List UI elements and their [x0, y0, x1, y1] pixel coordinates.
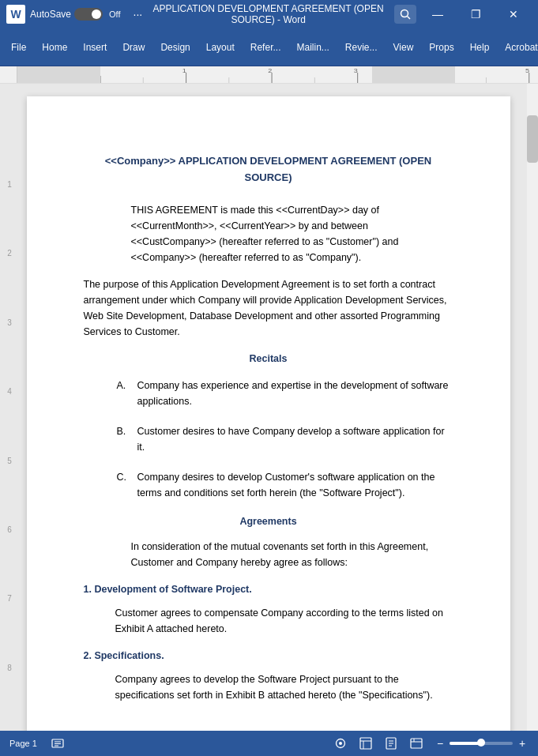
margin-4: 4 [7, 386, 12, 454]
tab-design[interactable]: Design [152, 28, 198, 66]
tab-draw[interactable]: Draw [115, 28, 152, 66]
agreements-intro: In consideration of the mutual covenants… [131, 539, 453, 570]
agreements-heading: Agreements [84, 513, 453, 529]
margin-6: 6 [7, 524, 12, 592]
document-title: APPLICATION DEVELOPMENT AGREEMENT (OPEN … [142, 3, 394, 25]
svg-text:2: 2 [268, 66, 272, 73]
restore-button[interactable]: ❐ [457, 2, 494, 27]
svg-text:5: 5 [525, 66, 529, 73]
list-item: C.Company desires to develop Customer's … [115, 468, 453, 502]
word-count-icon[interactable] [50, 735, 66, 751]
close-button[interactable]: ✕ [495, 2, 532, 27]
tab-acrobat[interactable]: Acrobat [497, 28, 538, 66]
tab-insert[interactable]: Insert [75, 28, 115, 66]
purpose-paragraph: The purpose of this Application Developm… [84, 276, 453, 340]
title-bar: W AutoSave Off ··· APPLICATION DEVELOPME… [0, 0, 538, 28]
layout-icon[interactable] [358, 735, 374, 751]
svg-text:3: 3 [354, 66, 358, 73]
svg-point-0 [401, 10, 408, 17]
autosave-off-label: Off [109, 9, 120, 19]
search-icon [400, 9, 411, 20]
word-icon: W [6, 5, 25, 24]
toggle-knob [92, 9, 101, 19]
tab-file[interactable]: File [3, 28, 34, 66]
margin-8: 8 [7, 662, 12, 731]
svg-point-24 [339, 742, 342, 745]
svg-rect-32 [411, 739, 422, 748]
web-layout-icon[interactable] [408, 735, 424, 751]
scrollbar[interactable] [527, 84, 538, 731]
recitals-list: A.Company has experience and expertise i… [115, 376, 453, 502]
margin-3: 3 [7, 317, 12, 386]
tab-mailings[interactable]: Mailin... [288, 28, 337, 66]
window-controls: — ❐ ✕ [419, 2, 532, 27]
tab-references[interactable]: Refer... [243, 28, 289, 66]
margin-1: 1 [7, 179, 12, 247]
tab-props[interactable]: Props [421, 28, 461, 66]
focus-icon[interactable] [333, 735, 348, 751]
status-bar: Page 1 [0, 731, 538, 756]
svg-text:1: 1 [182, 66, 186, 73]
tab-review[interactable]: Revie... [337, 28, 386, 66]
svg-rect-25 [360, 738, 371, 749]
section-1-heading: 1. Development of Software Project. [84, 581, 453, 597]
tab-layout[interactable]: Layout [198, 28, 243, 66]
document-body: <<Company>> APPLICATION DEVELOPMENT AGRE… [84, 153, 453, 731]
zoom-out-button[interactable]: − [434, 735, 446, 751]
tab-help[interactable]: Help [462, 28, 498, 66]
zoom-controls: − + [434, 735, 529, 751]
minimize-button[interactable]: — [419, 2, 456, 27]
print-layout-icon[interactable] [383, 735, 399, 751]
section-1-text: Customer agrees to compensate Company ac… [115, 605, 453, 637]
document-scroll-area[interactable]: <<Company>> APPLICATION DEVELOPMENT AGRE… [19, 84, 527, 731]
svg-line-1 [408, 17, 411, 20]
search-button[interactable] [394, 5, 416, 24]
margin-2: 2 [7, 247, 12, 316]
ruler-ticks: 1 2 3 4 5 [100, 66, 538, 84]
main-area: 1 2 3 4 5 6 7 8 <<Company>> APPLICATION … [0, 84, 538, 731]
section-2-heading: 2. Specifications. [84, 648, 453, 664]
list-item: B.Customer desires to have Company devel… [115, 422, 453, 457]
recitals-heading: Recitals [84, 351, 453, 367]
zoom-slider[interactable] [450, 742, 513, 745]
document-page: <<Company>> APPLICATION DEVELOPMENT AGRE… [27, 96, 510, 731]
document-title-text: <<Company>> APPLICATION DEVELOPMENT AGRE… [84, 153, 453, 186]
intro-paragraph: THIS AGREEMENT is made this <<CurrentDay… [131, 202, 453, 265]
margin-numbers: 1 2 3 4 5 6 7 8 [0, 84, 19, 731]
margin-7: 7 [7, 592, 12, 661]
page-info: Page 1 [9, 739, 37, 748]
autosave-label: AutoSave Off [30, 8, 121, 21]
tab-home[interactable]: Home [34, 28, 75, 66]
list-item: A.Company has experience and expertise i… [115, 376, 453, 411]
section-2-text: Company agrees to develop the Software P… [115, 671, 453, 703]
more-options[interactable]: ··· [134, 8, 143, 21]
ruler: 1 2 3 4 5 [0, 66, 538, 84]
tab-view[interactable]: View [386, 28, 422, 66]
ribbon: File Home Insert Draw Design Layout Refe… [0, 28, 538, 66]
autosave-toggle[interactable] [74, 8, 103, 21]
status-right: − + [333, 735, 529, 751]
margin-5: 5 [7, 455, 12, 524]
zoom-in-button[interactable]: + [516, 735, 529, 751]
